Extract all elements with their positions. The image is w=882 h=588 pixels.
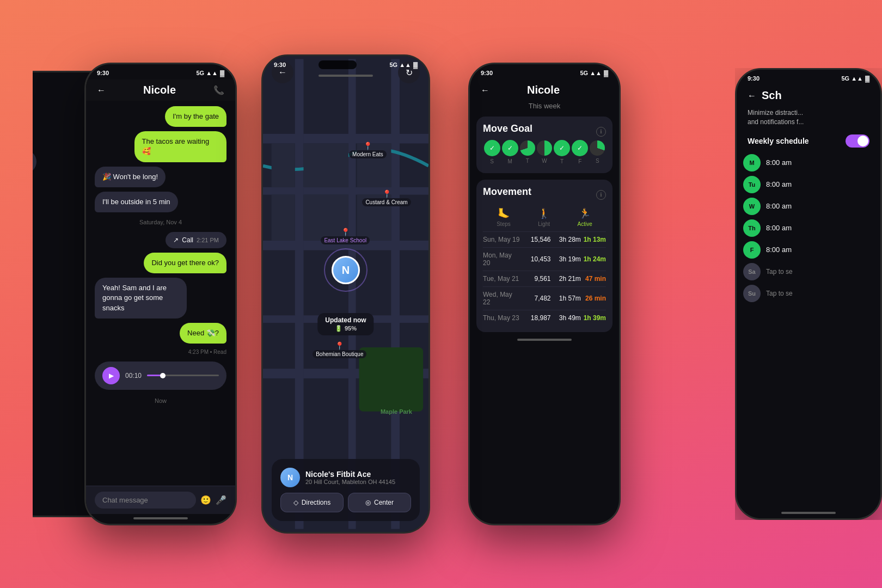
table-row-2: Mon, May 20 10,453 3h 19m 1h 24m	[483, 247, 606, 271]
back-button[interactable]: ←	[97, 85, 106, 95]
speaker-icon: 🔊	[19, 156, 30, 168]
poi-custard: 📍 Custard & Cream	[362, 189, 411, 206]
svg-rect-11	[304, 143, 348, 187]
schedule-item-saturday[interactable]: Sa Tap to se	[743, 263, 874, 280]
day-tuesday	[520, 140, 535, 156]
movement-icons: 🦶 Steps 🚶 Light 🏃 Active	[483, 207, 606, 227]
wednesday-time: 8:00 am	[766, 202, 792, 210]
movement-info[interactable]: ℹ	[596, 190, 606, 200]
move-goal-card: Move Goal ℹ ✓ S ✓ M T	[476, 117, 612, 173]
messages-header: ← Nicole 📞	[86, 79, 235, 101]
voice-progress[interactable]	[147, 375, 219, 376]
active-label: Active	[578, 221, 592, 227]
call-time: 2:21 PM	[197, 237, 219, 243]
home-indicator	[133, 517, 188, 519]
voice-duration: 00:10	[125, 372, 142, 379]
signal-text: 5G ▲▲	[389, 62, 411, 68]
battery-icon: ▓	[865, 75, 869, 82]
time-display: 9:30	[481, 70, 493, 76]
mic-button[interactable]: 🎤	[216, 495, 226, 505]
day-badge-tu: Tu	[743, 176, 761, 193]
schedule-item-friday: F 8:00 am	[743, 241, 874, 259]
monday-time: 8:00 am	[766, 158, 792, 167]
schedule-item-tuesday: Tu 8:00 am	[743, 176, 874, 193]
movement-table: Sun, May 19 15,546 3h 28m 1h 13m Mon, Ma…	[483, 231, 606, 326]
bubble-sent-4: Need 💸?	[180, 323, 226, 344]
now-label: Now	[95, 397, 226, 404]
weekly-schedule-toggle[interactable]	[846, 134, 869, 148]
bubble-received-1: 🎉 Won't be long!	[95, 167, 166, 187]
weekly-schedule-row: Weekly schedule	[737, 131, 880, 151]
friday-time: 8:00 am	[766, 246, 792, 254]
back-button[interactable]: ←	[481, 85, 489, 95]
phone-5: 9:30 5G ▲▲ ▓ ← Sch Minimize distracti...…	[735, 68, 882, 520]
day-saturday	[590, 140, 605, 156]
day-badge-m: M	[743, 154, 761, 171]
phones-container: 5G ▲ ▓ le 🔊 eaker 9:30 5G ▲▲ ▓	[0, 0, 882, 588]
saturday-tap: Tap to se	[766, 268, 793, 275]
date-divider: Saturday, Nov 4	[95, 219, 226, 225]
battery-icon: ▓	[220, 70, 224, 76]
back-button[interactable]: ←	[748, 91, 756, 101]
contact-name: Nicole	[143, 84, 176, 96]
notch-cutout	[318, 60, 357, 69]
sunday-tap: Tap to se	[766, 290, 793, 297]
play-button[interactable]: ▶	[102, 367, 120, 384]
table-row-3: Tue, May 21 9,561 2h 21m 47 min	[483, 271, 606, 286]
device-address: 20 Hill Court, Mableton OH 44145	[305, 479, 395, 485]
day-badge-f: F	[743, 241, 761, 259]
move-goal-info[interactable]: ℹ	[596, 127, 606, 137]
bubble-sent-2: The tacos are waiting 🥰	[134, 131, 226, 162]
poi-boutique: 📍 Bohemian Boutique	[313, 341, 366, 358]
steps-icon: 🦶	[498, 207, 510, 219]
schedule-subtitle: Minimize distracti...and notifications f…	[737, 106, 880, 131]
center-label: Center	[374, 499, 394, 506]
signal-text: 5G ▲▲	[841, 75, 863, 82]
schedule-item-wednesday: W 8:00 am	[743, 198, 874, 215]
move-goal-days: ✓ S ✓ M T W ✓	[483, 140, 606, 164]
location-card: N Nicole's Fitbit Ace 20 Hill Court, Mab…	[272, 459, 420, 521]
directions-button[interactable]: ◇ Directions	[280, 493, 344, 512]
movement-card: Movement ℹ 🦶 Steps 🚶 Light 🏃 Active	[476, 180, 612, 332]
speaker-button[interactable]: 🔊	[13, 150, 36, 174]
light-icon: 🚶	[538, 207, 550, 219]
fitness-header: ← Nicole	[470, 79, 619, 101]
message-timestamp: 4:23 PM • Read	[95, 349, 226, 355]
movement-title: Movement	[483, 186, 531, 198]
day-badge-sa: Sa	[743, 263, 761, 280]
tuesday-time: 8:00 am	[766, 180, 792, 188]
schedule-item-sunday[interactable]: Su Tap to se	[743, 285, 874, 302]
active-icon: 🏃	[579, 207, 591, 219]
home-indicator	[781, 512, 836, 514]
battery-icon-small: 🔋	[335, 325, 342, 332]
bubble-sent-1: I'm by the gate	[165, 106, 226, 127]
center-button[interactable]: ◎ Center	[348, 493, 411, 512]
directions-icon: ◇	[293, 499, 298, 506]
home-indicator	[318, 75, 373, 77]
call-button[interactable]: 📞	[213, 85, 224, 95]
time-display: 9:30	[274, 62, 286, 68]
fitbit-avatar: N	[280, 468, 300, 487]
bubble-received-2: I'll be outside in 5 min	[95, 192, 178, 212]
time-display: 9:30	[97, 70, 109, 76]
week-label: This week	[470, 101, 619, 113]
light-label: Light	[538, 221, 550, 227]
day-friday: ✓	[572, 140, 588, 156]
park-label: Maple Park	[381, 408, 412, 415]
signal-text: 5G ▲▲	[580, 70, 602, 76]
bubble-received-3: Yeah! Sam and I are gonna go get some sn…	[95, 278, 187, 318]
directions-label: Directions	[302, 499, 330, 506]
move-goal-title: Move Goal	[483, 123, 532, 134]
message-input[interactable]: Chat message	[95, 492, 196, 509]
svg-rect-9	[359, 347, 424, 412]
call-arrow: ↗	[173, 236, 179, 244]
weekly-schedule-label: Weekly schedule	[748, 137, 809, 145]
emoji-button[interactable]: 🙂	[200, 495, 211, 505]
call-label: Call	[182, 236, 193, 244]
user-location-marker: N	[324, 248, 367, 292]
schedule-item-monday: M 8:00 am	[743, 154, 874, 171]
call-record: ↗ Call 2:21 PM	[166, 232, 226, 248]
table-row-4: Wed, May 22 7,482 1h 57m 26 min	[483, 286, 606, 310]
day-monday: ✓	[502, 140, 518, 156]
steps-label: Steps	[497, 221, 511, 227]
